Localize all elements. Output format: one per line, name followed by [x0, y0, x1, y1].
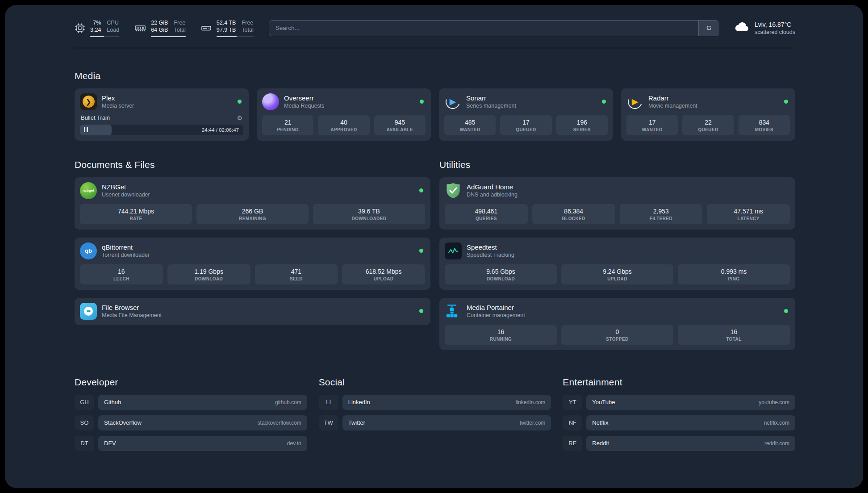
service-subtitle: Media server	[102, 103, 134, 109]
service-card-adguard[interactable]: AdGuard Home DNS and adblocking 498,461Q…	[439, 177, 795, 230]
bookmark-abbr: DT	[75, 436, 94, 451]
pause-icon[interactable]	[84, 127, 88, 132]
service-title: Speedtest	[467, 243, 514, 251]
bookmark-url: netflix.com	[764, 420, 789, 426]
section-title-entertainment: Entertainment	[563, 377, 795, 388]
service-subtitle: Speedtest Tracking	[467, 252, 514, 258]
stat-rate: 744.21 MbpsRATE	[80, 204, 192, 224]
stat-latency: 47.571 msLATENCY	[707, 204, 790, 224]
section-title-utilities: Utilities	[439, 159, 795, 170]
bookmark-name: YouTube	[592, 399, 615, 405]
service-card-nzbget[interactable]: nzbget NZBGet Usenet downloader 744.21 M…	[75, 177, 430, 230]
service-card-plex[interactable]: ❯ Plex Media server Bullet Train ⚙	[75, 88, 249, 141]
stat-blocked: 86,384BLOCKED	[532, 204, 615, 224]
service-title: NZBGet	[102, 183, 150, 191]
service-card-portainer[interactable]: Media Portainer Container management 16R…	[439, 298, 795, 350]
stat-queries: 498,461QUERIES	[445, 204, 528, 224]
memory-bar	[151, 36, 186, 37]
bookmark-reddit[interactable]: RE Reddit reddit.com	[563, 436, 795, 451]
bookmark-url: dev.to	[287, 440, 301, 447]
bookmark-youtube[interactable]: YT YouTube youtube.com	[563, 395, 795, 410]
section-title-social: Social	[319, 377, 551, 388]
status-dot	[419, 188, 423, 192]
weather-widget: Lviv, 16.87°C scattered clouds	[734, 21, 795, 35]
playback-time: 24:44 / 02:06:47	[202, 127, 239, 133]
stat-series: 196SERIES	[556, 115, 608, 135]
bookmark-netflix[interactable]: NF Netflix netflix.com	[563, 415, 795, 430]
memory-icon	[134, 23, 146, 33]
disk-widget: 52.4 TB Free 97.9 TB Total	[201, 19, 254, 37]
service-card-filebrowser[interactable]: File Browser Media File Management	[75, 298, 430, 325]
bookmark-name: Reddit	[592, 440, 609, 447]
cpu-bar	[90, 36, 119, 37]
service-card-sonarr[interactable]: ▶ Sonarr Series management 485WANTED	[439, 88, 613, 141]
service-title: File Browser	[102, 304, 162, 311]
service-title: Radarr	[648, 94, 697, 102]
bookmark-twitter[interactable]: TW Twitter twitter.com	[319, 415, 551, 430]
service-title: AdGuard Home	[467, 183, 517, 191]
filebrowser-icon	[80, 303, 97, 320]
service-title: Sonarr	[466, 94, 516, 102]
bookmarks-entertainment: Entertainment YT YouTube youtube.com NF …	[563, 377, 795, 451]
section-title-developer: Developer	[75, 377, 307, 388]
nzbget-icon: nzbget	[80, 182, 97, 199]
stat-remaining: 266 GBREMAINING	[196, 204, 309, 224]
stat-stopped: 0STOPPED	[561, 325, 673, 345]
service-subtitle: Usenet downloader	[102, 192, 150, 198]
bookmark-github[interactable]: GH Github github.com	[75, 395, 307, 410]
service-title: Media Portainer	[467, 304, 525, 311]
section-documents: Documents & Files nzbget NZBGet Usenet d…	[75, 159, 430, 350]
search-input[interactable]	[269, 20, 719, 36]
service-card-overseerr[interactable]: Overseerr Media Requests 21PENDING 40APP…	[257, 88, 431, 141]
status-dot	[784, 100, 788, 104]
bookmark-stackoverflow[interactable]: SO StackOverflow stackoverflow.com	[75, 415, 307, 430]
section-utilities: Utilities	[439, 159, 795, 350]
bookmark-abbr: RE	[563, 436, 582, 451]
bookmark-linkedin[interactable]: LI LinkedIn linkedin.com	[319, 395, 551, 410]
service-card-radarr[interactable]: ▶ Radarr Movie management 17WANTED	[621, 88, 795, 141]
cpu-usage-label: CPU	[107, 19, 119, 26]
cloud-icon	[734, 21, 750, 35]
memory-total: 64 GiB	[151, 26, 168, 33]
search-provider-button[interactable]: G	[698, 21, 719, 36]
bookmark-abbr: TW	[319, 415, 338, 430]
bookmark-name: StackOverflow	[104, 419, 142, 426]
bookmark-abbr: GH	[75, 395, 94, 410]
memory-widget: 22 GiB Free 64 GiB Total	[134, 19, 186, 37]
bookmark-url: reddit.com	[764, 440, 789, 447]
stat-queued: 17QUEUED	[500, 115, 551, 135]
cpu-widget: 7% CPU 3.24 Load	[75, 19, 119, 37]
search-bar: G	[269, 20, 719, 36]
bookmark-name: LinkedIn	[348, 399, 370, 405]
status-dot	[419, 309, 423, 313]
service-card-speedtest[interactable]: Speedtest Speedtest Tracking 9.65 GbpsDO…	[439, 238, 795, 290]
cpu-load: 3.24	[90, 26, 101, 33]
window-frame: 7% CPU 3.24 Load 22 GiB Fre	[0, 0, 868, 493]
stat-pending: 21PENDING	[262, 115, 313, 135]
bookmark-dev[interactable]: DT DEV dev.to	[75, 436, 307, 451]
cpu-icon	[75, 23, 85, 33]
dashboard: 7% CPU 3.24 Load 22 GiB Fre	[5, 5, 863, 488]
service-card-qbittorrent[interactable]: qb qBittorrent Torrent downloader 16LEEC…	[75, 238, 430, 290]
memory-free-label: Free	[174, 19, 185, 26]
cpu-usage: 7%	[90, 19, 101, 26]
playback-progress-bar[interactable]: 24:44 / 02:06:47	[80, 125, 243, 135]
gear-icon[interactable]: ⚙	[237, 114, 242, 121]
bookmarks-developer: Developer GH Github github.com SO StackO…	[75, 377, 307, 451]
status-dot	[419, 249, 423, 253]
stat-seed: 471SEED	[255, 264, 338, 284]
disk-icon	[201, 23, 212, 33]
bookmark-name: Netflix	[592, 419, 608, 426]
qbittorrent-icon: qb	[80, 242, 97, 259]
memory-total-label: Total	[174, 26, 185, 33]
status-dot	[784, 309, 788, 313]
service-subtitle: Media File Management	[102, 312, 162, 318]
speedtest-icon	[445, 242, 462, 259]
disk-bar	[217, 36, 254, 37]
weather-location: Lviv, 16.87°C	[755, 21, 795, 28]
stat-wanted: 17WANTED	[626, 115, 678, 135]
status-dot	[238, 100, 242, 104]
stat-upload: 618.52 MbpsUPLOAD	[342, 264, 425, 284]
sonarr-icon: ▶	[444, 93, 461, 110]
weather-condition: scattered clouds	[755, 29, 795, 35]
